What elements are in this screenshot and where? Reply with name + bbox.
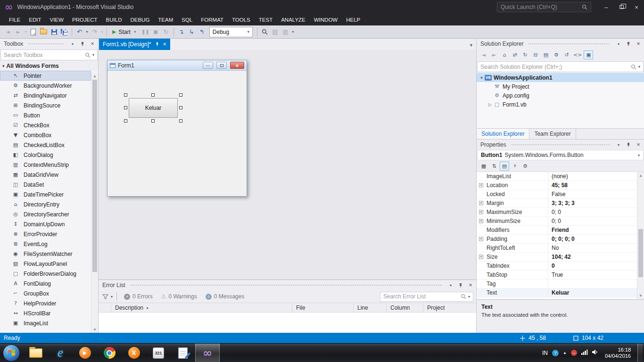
toolbox-scrollbar[interactable]: ▲ ▼ — [91, 73, 98, 333]
filter-dropdown-icon[interactable]: ▾ — [111, 295, 113, 299]
expand-icon[interactable]: + — [479, 210, 483, 214]
menu-item[interactable]: ANALYZE — [277, 14, 310, 25]
selection-handle-w[interactable] — [124, 106, 127, 109]
properties-tool-icon[interactable]: ⇅ — [489, 162, 499, 171]
menu-item[interactable]: BUILD — [102, 14, 126, 25]
form-designer-surface[interactable]: Form1 — × Keluar — [99, 50, 476, 280]
filter-icon[interactable] — [101, 293, 109, 300]
error-list-column[interactable]: Line — [354, 303, 387, 312]
solution-explorer-tool-icon[interactable]: ◄ — [479, 50, 488, 59]
restart-icon[interactable]: ↻ — [161, 27, 171, 37]
properties-tool-icon[interactable]: ⚡ — [510, 162, 520, 171]
toolbox-item[interactable]: ▢ FolderBrowserDialog — [0, 269, 91, 279]
property-row[interactable]: +Text Keluar — [477, 288, 637, 297]
taskbar-editor-button[interactable] — [171, 344, 195, 362]
toolbox-item[interactable]: ▣ ImageList — [0, 318, 91, 328]
solution-explorer-tool-icon[interactable]: ▤ — [541, 50, 551, 59]
close-icon[interactable]: × — [163, 41, 166, 47]
pause-icon[interactable]: ❚❚ — [140, 27, 150, 37]
window-position-icon[interactable]: ▾ — [447, 281, 454, 289]
taskbar-xampp-button[interactable]: X — [122, 344, 146, 362]
toolbox-item[interactable]: ⇄ BindingNavigator — [0, 90, 91, 100]
show-desktop-button[interactable] — [637, 344, 643, 362]
selection-handle-se[interactable] — [179, 119, 182, 123]
property-row[interactable]: +ImageList (none) — [477, 172, 637, 181]
toolbox-item[interactable]: ▦ DataGridView — [0, 170, 91, 180]
scroll-down-icon[interactable]: ▼ — [91, 326, 98, 333]
solution-tree-item[interactable]: ⚙ App.config — [477, 91, 644, 100]
pin-icon[interactable] — [155, 42, 159, 47]
designed-form-window[interactable]: Form1 — × Keluar — [107, 60, 247, 197]
property-value[interactable]: 0; 0 — [548, 217, 637, 225]
property-row[interactable]: +Tag — [477, 280, 637, 288]
document-tab-form1[interactable]: Form1.vb [Design]* × — [99, 39, 170, 50]
start-button[interactable] — [3, 345, 20, 362]
solution-explorer-tool-icon[interactable]: ↺ — [562, 50, 571, 59]
selection-handle-ne[interactable] — [179, 93, 182, 97]
redo-dropdown-icon[interactable]: ▾ — [100, 30, 104, 34]
save-all-button[interactable] — [59, 27, 69, 37]
close-icon[interactable]: × — [635, 40, 642, 48]
selection-handle-s[interactable] — [151, 119, 155, 123]
scroll-up-icon[interactable]: ▲ — [91, 73, 98, 79]
selection-handle-n[interactable] — [151, 93, 155, 97]
toolbox-item[interactable]: ⚙ BackgroundWorker — [0, 81, 91, 90]
toolbox-item[interactable]: ◉ FileSystemWatcher — [0, 249, 91, 259]
find-in-files-button[interactable] — [260, 27, 270, 37]
step-out-icon[interactable]: ↰ — [197, 27, 207, 37]
error-list-column[interactable]: File — [292, 303, 354, 312]
property-row[interactable]: +RightToLeft No — [477, 244, 637, 253]
window-position-icon[interactable]: ▾ — [615, 40, 622, 48]
error-list-column[interactable]: Project — [423, 303, 476, 312]
toolbox-item[interactable]: ▼ ComboBox — [0, 130, 91, 140]
toolbox-group-header[interactable]: ▾ All Windows Forms — [0, 61, 98, 71]
solution-tree-item[interactable]: ▾ VB WindowsApplication1 — [477, 73, 644, 82]
quick-launch-box[interactable] — [497, 2, 591, 12]
taskbar-clock[interactable]: 16:18 04/04/2016 — [605, 347, 631, 359]
volume-icon[interactable] — [592, 349, 598, 356]
property-value[interactable] — [548, 280, 637, 288]
pin-icon[interactable] — [457, 281, 464, 289]
toolbox-item[interactable]: ▤ CheckedListBox — [0, 140, 91, 150]
navigate-dropdown-icon[interactable]: ▾ — [24, 30, 28, 34]
properties-tool-icon[interactable]: ▤ — [500, 162, 509, 171]
property-value[interactable]: 104; 42 — [548, 253, 637, 261]
toolbar-overflow-icon[interactable]: ▾ — [291, 30, 295, 34]
form-close-button[interactable]: × — [230, 62, 244, 69]
tree-chevron-icon[interactable]: ▷ — [487, 102, 493, 107]
menu-item[interactable]: VIEW — [46, 14, 68, 25]
property-value[interactable]: Keluar — [548, 288, 637, 297]
expand-icon[interactable]: + — [479, 219, 483, 223]
taskbar-explorer-button[interactable] — [24, 344, 48, 362]
toolbox-item[interactable]: ◧ ColorDialog — [0, 150, 91, 160]
chevron-down-icon[interactable]: ▾ — [638, 65, 640, 69]
property-value[interactable]: Friend — [548, 226, 637, 234]
taskbar-visual-studio-button[interactable]: ∞ — [195, 344, 220, 362]
menu-item[interactable]: TEAM — [154, 14, 177, 25]
error-list-column[interactable]: Description ▲ — [111, 303, 292, 312]
tree-chevron-icon[interactable]: ▾ — [479, 75, 485, 80]
navigate-forward-icon[interactable]: ► — [13, 27, 23, 37]
toolbox-search-input[interactable] — [4, 52, 83, 58]
property-value[interactable]: (none) — [548, 172, 637, 181]
expand-icon[interactable]: + — [479, 237, 483, 241]
toolbar-extra-icon[interactable]: ▥ — [281, 27, 290, 37]
pin-icon[interactable] — [625, 40, 632, 48]
scroll-up-icon[interactable]: ▲ — [637, 172, 644, 179]
designed-form-titlebar[interactable]: Form1 — × — [107, 60, 247, 71]
step-over-icon[interactable]: ↳ — [187, 27, 197, 37]
taskbar-media-player-button[interactable]: ▶ — [73, 344, 97, 362]
toolbox-item[interactable]: ▭ Button — [0, 110, 91, 120]
toolbox-item[interactable]: ⊗ ErrorProvider — [0, 229, 91, 239]
properties-tool-icon[interactable]: ▦ — [479, 162, 488, 171]
notification-icon[interactable]: – — [571, 350, 577, 356]
tab-overflow-icon[interactable]: ▼ — [469, 43, 473, 48]
window-position-icon[interactable]: ▾ — [615, 141, 622, 148]
network-icon[interactable] — [581, 349, 588, 356]
step-into-icon[interactable]: ↴ — [176, 27, 186, 37]
designed-button-keluar[interactable]: Keluar — [129, 98, 178, 118]
close-icon[interactable]: × — [89, 40, 96, 48]
property-row[interactable]: +Modifiers Friend — [477, 226, 637, 235]
solution-explorer-tool-icon[interactable]: ▣ — [584, 50, 593, 59]
minimize-button[interactable]: – — [599, 0, 614, 14]
